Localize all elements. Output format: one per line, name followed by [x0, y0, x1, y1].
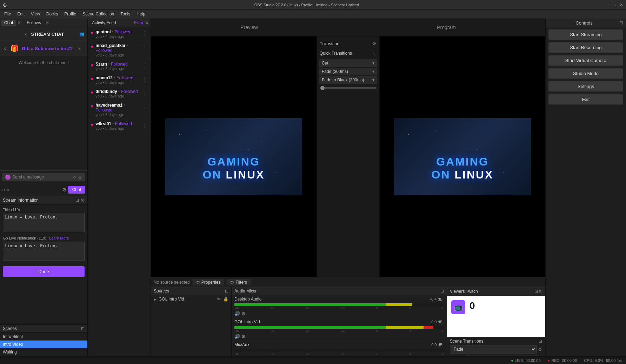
- chat-input-area: 🟣 Send a message ○ ☺: [0, 170, 87, 183]
- transition-gear-icon[interactable]: ⚙: [372, 41, 377, 46]
- af-action-0: Followed: [115, 29, 132, 34]
- close-button[interactable]: ✕: [620, 2, 623, 7]
- sources-panel: Sources ⊡ ▶ GOL Intro Vid 👁 🔒 + − ⚙ ▲ ▼: [151, 287, 232, 364]
- audio-channel-gol: GOL Intro Vid 0.0 dB: [232, 318, 447, 341]
- chat-promo-next[interactable]: ›: [76, 44, 81, 53]
- menu-help[interactable]: Help: [134, 11, 148, 17]
- af-username-1: ninad_golatkar: [95, 43, 125, 48]
- qt-add-icon[interactable]: +: [373, 50, 377, 56]
- menu-tools[interactable]: Tools: [118, 11, 133, 17]
- mixer-title: Audio Mixer: [234, 289, 440, 294]
- stream-info-float-icon[interactable]: ⊡: [75, 198, 79, 203]
- studio-mode-button[interactable]: Studio Mode: [548, 68, 623, 79]
- transition-item-cut[interactable]: Cut ▾: [319, 59, 377, 67]
- af-more-2[interactable]: ⋮: [142, 62, 148, 69]
- exit-button[interactable]: Exit: [548, 94, 623, 105]
- filters-button[interactable]: ⚙ Filters: [227, 279, 251, 285]
- settings-button[interactable]: Settings: [548, 81, 623, 92]
- controls-float-icon[interactable]: ⊡: [620, 20, 623, 25]
- af-more-0[interactable]: ⋮: [142, 30, 148, 37]
- chat-button[interactable]: Chat: [68, 186, 85, 194]
- source-eye-icon[interactable]: 👁: [217, 297, 221, 302]
- chat-manage-icon[interactable]: 👥: [79, 32, 85, 36]
- mixer-float-icon[interactable]: ⊡: [440, 289, 444, 294]
- activity-feed-close-icon[interactable]: ✕: [145, 20, 149, 26]
- start-virtual-camera-button[interactable]: Start Virtual Camera: [548, 55, 623, 66]
- transition-fade-dropdown-icon[interactable]: ▾: [372, 69, 374, 74]
- tab-follows[interactable]: Follows: [24, 20, 44, 26]
- transition-slider-thumb[interactable]: [320, 86, 325, 90]
- title-field-textarea[interactable]: [3, 213, 85, 232]
- start-recording-button[interactable]: Start Recording: [548, 42, 623, 53]
- af-more-5[interactable]: ⋮: [142, 103, 148, 110]
- menu-file[interactable]: File: [1, 11, 14, 17]
- chat-prev-button[interactable]: ‹: [24, 29, 28, 39]
- stream-info-close-icon[interactable]: ✕: [80, 197, 85, 203]
- transition-cut-dropdown-icon[interactable]: ▾: [372, 61, 374, 66]
- chat-settings-icon[interactable]: ⚙: [62, 187, 67, 193]
- menu-view[interactable]: View: [28, 11, 43, 17]
- scenes-title: Scenes: [3, 326, 81, 331]
- filter-button[interactable]: Filter: [134, 20, 144, 25]
- whisper-icon[interactable]: ○: [73, 174, 76, 180]
- transition-ftb-dropdown-icon[interactable]: ▾: [372, 77, 374, 82]
- tab-chat[interactable]: Chat: [1, 20, 16, 26]
- st-gear-icon[interactable]: ⚙: [538, 347, 542, 352]
- af-more-1[interactable]: ⋮: [142, 44, 148, 50]
- chat-promo-text[interactable]: Gift a Sub now to be #1!: [22, 46, 74, 51]
- audio-settings-icon-gol[interactable]: ⚙: [241, 334, 246, 339]
- quick-transitions-header: Quick Transitions +: [317, 48, 379, 59]
- audio-ch-header-mic: Mic/Aux 0.0 dB: [234, 342, 444, 347]
- minimize-button[interactable]: −: [606, 2, 609, 7]
- go-live-textarea[interactable]: [3, 242, 85, 261]
- learn-more-link[interactable]: Learn More: [49, 236, 69, 240]
- scene-item-waiting[interactable]: Waiting: [0, 348, 87, 356]
- scene-transition-select[interactable]: Fade: [450, 345, 537, 353]
- done-button[interactable]: Done: [3, 266, 85, 277]
- program-game-title-line1: GAMING: [432, 155, 494, 168]
- af-more-4[interactable]: ⋮: [142, 90, 148, 96]
- af-time-6: you • 8 days ago: [95, 126, 140, 130]
- start-streaming-button[interactable]: Start Streaming: [548, 29, 623, 40]
- maximize-button[interactable]: □: [613, 2, 615, 7]
- viewers-close-icon[interactable]: ✕: [538, 289, 542, 294]
- scene-item-intro-video[interactable]: Intro Video: [0, 341, 87, 348]
- chat-title: STREAM CHAT: [31, 32, 64, 37]
- menu-edit[interactable]: Edit: [14, 11, 27, 17]
- transition-item-ftb[interactable]: Fade to Black (300ms) ▾: [319, 76, 377, 84]
- af-more-6[interactable]: ⋮: [142, 122, 148, 129]
- stream-info-title: Stream Information: [3, 198, 74, 203]
- menu-profile[interactable]: Profile: [61, 11, 79, 17]
- menu-scene-collection[interactable]: Scene Collection: [80, 11, 117, 17]
- viewers-float-icon[interactable]: ⊡: [534, 289, 538, 294]
- cpu-label: CPU:: [584, 358, 593, 363]
- volume-icon-gol[interactable]: 🔊: [234, 334, 240, 339]
- cpu-status: CPU: 9.0%, 60.00 fps: [584, 358, 622, 363]
- properties-button[interactable]: ⚙ Properties: [193, 279, 224, 285]
- chat-input[interactable]: Send a message: [12, 175, 72, 180]
- af-item-2: ♥ Szarn • Followed you • 8 days ago ⋮: [88, 60, 151, 73]
- menu-docks[interactable]: Docks: [44, 11, 61, 17]
- sources-float-icon[interactable]: ⊡: [225, 289, 228, 294]
- audio-settings-icon-desktop[interactable]: ⚙: [241, 311, 246, 316]
- chat-tab-close[interactable]: ✕: [17, 20, 21, 25]
- af-more-3[interactable]: ⋮: [142, 76, 148, 83]
- activity-feed-tab[interactable]: Activity Feed: [89, 20, 119, 26]
- volume-icon-desktop[interactable]: 🔊: [234, 311, 240, 316]
- af-content-1: ninad_golatkar • Followed you • 6 days a…: [95, 43, 140, 57]
- transition-item-fade[interactable]: Fade (300ms) ▾: [319, 68, 377, 75]
- transition-slider-track[interactable]: [320, 87, 377, 89]
- emote-icon[interactable]: ☺: [78, 174, 82, 180]
- scenes-float-icon[interactable]: ⊡: [81, 326, 85, 331]
- source-lock-icon[interactable]: 🔒: [223, 297, 228, 302]
- source-row-0[interactable]: ▶ GOL Intro Vid 👁 🔒: [151, 295, 231, 303]
- audio-mixer-panel: Audio Mixer ⊡ Desktop Audio -0.4 dB: [232, 287, 447, 364]
- af-action-5: Followed: [95, 108, 112, 113]
- chat-promo-prev[interactable]: ‹: [3, 44, 7, 53]
- transition-header: Transition ⚙: [317, 39, 379, 48]
- scene-item-intro-silent[interactable]: Intro Silent: [0, 333, 87, 341]
- st-expand-icon[interactable]: ⊡: [539, 339, 542, 344]
- meter-cover-mic: [234, 349, 444, 352]
- follows-tab-close[interactable]: ✕: [45, 20, 49, 25]
- controls-title: Controls: [575, 20, 592, 26]
